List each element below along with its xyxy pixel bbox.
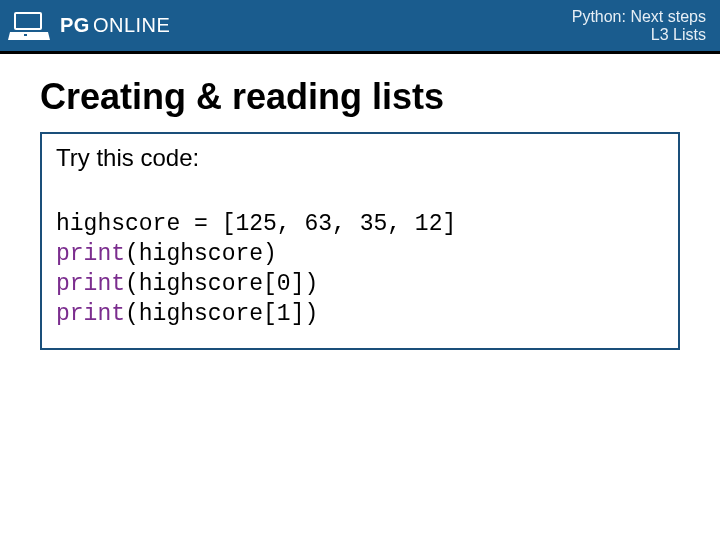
course-title: Python: Next steps [572,8,706,26]
svg-rect-3 [24,34,27,36]
brand: PG ONLINE [8,10,170,42]
print-keyword: print [56,241,125,267]
slide-content: Creating & reading lists Try this code: … [0,54,720,350]
code-line-1: highscore = [125, 63, 35, 12] [56,211,456,237]
laptop-icon [8,10,50,42]
brand-pg: PG [60,14,90,37]
code-intro: Try this code: [56,144,664,172]
lesson-label: L3 Lists [572,26,706,44]
code-block: highscore = [125, 63, 35, 12] print(high… [56,210,664,330]
code-box: Try this code: highscore = [125, 63, 35,… [40,132,680,350]
course-meta: Python: Next steps L3 Lists [572,8,706,43]
code-line-4-arg: (highscore[1]) [125,301,318,327]
svg-rect-1 [16,14,40,28]
print-keyword: print [56,271,125,297]
brand-text: PG ONLINE [60,14,170,37]
print-keyword: print [56,301,125,327]
code-line-3-arg: (highscore[0]) [125,271,318,297]
slide-title: Creating & reading lists [40,76,680,118]
header-bar: PG ONLINE Python: Next steps L3 Lists [0,0,720,54]
svg-marker-2 [8,32,50,40]
brand-online: ONLINE [93,14,170,37]
code-line-2-arg: (highscore) [125,241,277,267]
